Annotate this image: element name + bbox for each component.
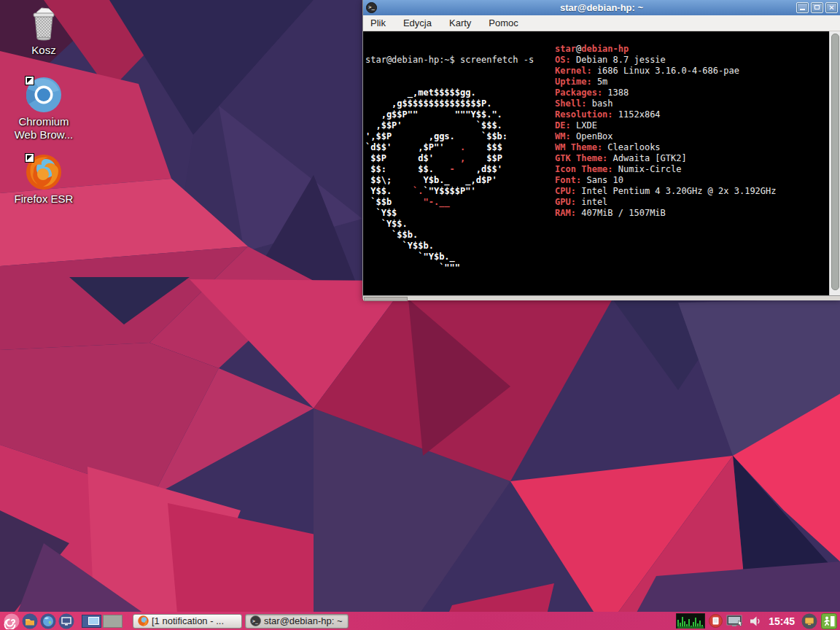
menu-button[interactable] [4, 613, 20, 629]
logout-button[interactable] [821, 613, 837, 629]
system-info-line: Font: Sans 10 [555, 175, 776, 186]
system-info-line: Kernel: i686 Linux 3.16.0-4-686-pae [555, 66, 776, 77]
desktop-icon-label-line1: Chromium [7, 115, 80, 128]
web-browser-button[interactable] [40, 613, 56, 629]
update-notifier-icon[interactable] [709, 614, 723, 628]
svg-text:>_: >_ [252, 618, 258, 624]
firefox-task-icon [138, 615, 149, 626]
desktop-icon-firefox[interactable]: Firefox ESR [7, 155, 80, 206]
ascii-art-line: `$$b. [365, 230, 830, 241]
terminal-bottom-strip [363, 295, 840, 300]
menu-edycja[interactable]: Edycja [403, 18, 432, 28]
task-button-firefox[interactable]: [1 notification - ... [133, 614, 242, 629]
system-info-line: RAM: 407MiB / 1507MiB [555, 208, 776, 219]
ascii-art-line: `Y$$. [365, 219, 830, 230]
display-settings-button[interactable] [58, 613, 74, 629]
ascii-art-line: `"Y$b._ [365, 252, 830, 262]
terminal-task-icon: >_ [250, 615, 261, 626]
task-button-terminal[interactable]: >_ star@debian-hp: ~ [245, 614, 349, 629]
ascii-art-line: `Y$$b. [365, 241, 830, 252]
system-info-line: OS: Debian 8.7 jessie [555, 55, 776, 66]
file-manager-button[interactable] [22, 613, 38, 629]
system-info-line: GPU: intel [555, 197, 776, 208]
system-info-line: Uptime: 5m [555, 77, 776, 88]
system-info-line: Packages: 1388 [555, 88, 776, 98]
workspace-pager [82, 615, 122, 628]
terminal-window: >_ star@debian-hp: ~ ✕ Plik Edycja Karty… [362, 0, 840, 299]
terminal-window-icon: >_ [366, 2, 377, 13]
trash-icon [26, 6, 61, 41]
system-info-line: CPU: Intel Pentium 4 3.20GHz @ 2x 3.192G… [555, 186, 776, 197]
volume-icon[interactable] [749, 615, 762, 628]
desktop-icon-label-line2: Web Brow... [7, 128, 80, 141]
system-info-line: WM Theme: Clearlooks [555, 142, 776, 153]
workspace-1[interactable] [82, 615, 101, 628]
cpu-monitor[interactable] [676, 613, 705, 629]
desktop-icon-label: Firefox ESR [7, 192, 80, 206]
desktop-icon-label: Kosz [7, 44, 80, 57]
system-tray: 15:45 [676, 613, 840, 629]
hscrollbar-thumb[interactable] [364, 297, 408, 301]
task-label: [1 notification - ... [152, 615, 224, 626]
system-info-line: Shell: bash [555, 98, 776, 109]
workspace-2[interactable] [103, 615, 122, 628]
system-info-line: DE: LXDE [555, 120, 776, 131]
system-info-line: WM: OpenBox [555, 131, 776, 142]
computer-icon[interactable] [801, 613, 817, 629]
shortcut-arrow-icon [25, 153, 34, 163]
system-info-line: Resolution: 840x630 [555, 109, 776, 120]
scrollbar-thumb[interactable] [831, 34, 839, 290]
terminal-scrollbar[interactable] [829, 31, 840, 295]
display-tray-icon[interactable] [726, 614, 745, 629]
desktop-icon-chromium[interactable]: Chromium Web Brow... [7, 77, 80, 141]
clock: 15:45 [769, 615, 795, 627]
system-info-line: star@debian-hp [555, 44, 776, 55]
menu-plik[interactable]: Plik [370, 18, 386, 28]
maximize-button[interactable] [811, 2, 823, 13]
system-info-line: Icon Theme: Numix-Circle [555, 164, 776, 175]
window-title: star@debian-hp: ~ [363, 2, 840, 13]
system-info: star@debian-hpOS: Debian 8.7 jessieKerne… [555, 44, 776, 219]
ascii-art-line: `""" [365, 262, 830, 273]
shortcut-arrow-icon [25, 76, 34, 85]
minimize-button[interactable] [796, 2, 809, 13]
desktop: Kosz Chromium Web Brow... [0, 0, 840, 630]
terminal-menubar: Plik Edycja Karty Pomoc [363, 15, 840, 31]
system-info-line: GTK Theme: Adwaita [GTK2] [555, 153, 776, 164]
task-label: star@debian-hp: ~ [264, 615, 343, 626]
window-titlebar[interactable]: >_ star@debian-hp: ~ ✕ [363, 0, 840, 15]
desktop-icon-trash[interactable]: Kosz [7, 6, 80, 57]
menu-karty[interactable]: Karty [449, 18, 471, 28]
terminal-content[interactable]: star@debian-hp:~$ screenfetch -s _,met$$… [363, 31, 840, 295]
pager-window [88, 617, 99, 625]
close-button[interactable]: ✕ [825, 2, 838, 13]
taskbar: [1 notification - ... >_ star@debian-hp:… [0, 612, 840, 630]
menu-pomoc[interactable]: Pomoc [489, 18, 518, 28]
